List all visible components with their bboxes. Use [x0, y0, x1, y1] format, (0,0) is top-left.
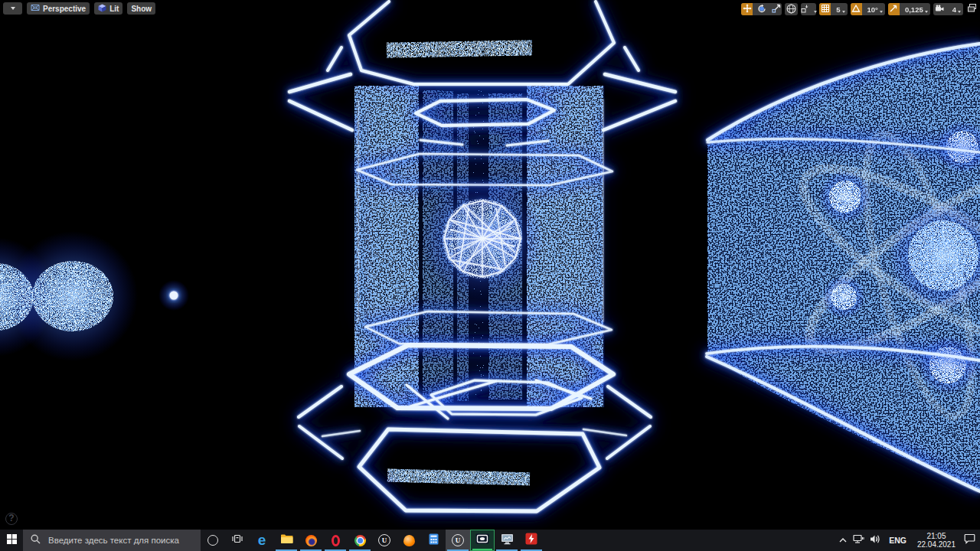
task-view-icon [231, 533, 243, 547]
system-tray: ENG 21:05 22.04.2021 [838, 530, 980, 551]
taskbar-item-opera[interactable] [323, 530, 348, 551]
language-indicator[interactable]: ENG [887, 530, 909, 551]
screen-recorder-icon [475, 533, 489, 547]
viewport-toolbar-right: 5 10° 0,125 4 [741, 2, 978, 16]
windows-taskbar: e U U [0, 530, 980, 551]
lightning-bolt-icon [525, 533, 537, 548]
search-icon [31, 533, 41, 547]
opera-icon [332, 535, 340, 546]
chrome-icon [354, 535, 366, 546]
transform-tools-group [741, 3, 782, 15]
rotate-tool-button[interactable] [756, 3, 767, 15]
unreal-engine-icon: U [378, 534, 390, 546]
network-button[interactable] [853, 530, 864, 551]
particle-dot [170, 292, 178, 300]
taskbar-item-screen-recorder[interactable] [470, 530, 495, 551]
taskbar-item-edge[interactable]: e [250, 530, 274, 551]
rotation-snap-button[interactable] [851, 3, 862, 15]
file-explorer-icon [280, 533, 293, 547]
camera-speed-value[interactable]: 4 [950, 5, 963, 14]
restore-viewport-icon [967, 2, 977, 16]
lit-label: Lit [109, 5, 119, 13]
move-tool-button[interactable] [741, 3, 753, 15]
hologram-brain[interactable] [421, 178, 544, 300]
taskbar-item-calculator[interactable] [421, 530, 446, 551]
camera-icon [935, 4, 945, 15]
surface-snap-button[interactable] [801, 3, 816, 15]
cortana-icon [207, 535, 218, 546]
scale-snap-button[interactable] [888, 3, 900, 15]
chevron-down-icon [880, 11, 883, 13]
clock-time: 21:05 [917, 532, 956, 540]
scale-snap-icon [889, 4, 898, 15]
taskbar-item-fl-studio[interactable] [397, 530, 421, 551]
action-center-icon [964, 533, 975, 547]
camera-speed-group: 4 [933, 3, 963, 15]
immersive-mode-button[interactable] [966, 2, 978, 16]
taskbar-item-unreal-engine[interactable]: U [372, 530, 397, 551]
chevron-down-icon [814, 11, 817, 13]
chevron-down-icon [925, 11, 928, 13]
ethernet-network-icon [853, 533, 864, 547]
viewport-help-icon[interactable]: ? [5, 513, 18, 525]
camera-speed-button[interactable] [933, 3, 947, 15]
unreal-immersive-viewport-screen: Perspective Lit Show [0, 0, 980, 551]
surface-snap-icon [800, 4, 809, 15]
action-center-button[interactable] [964, 530, 975, 551]
taskbar-clock[interactable]: 21:05 22.04.2021 [914, 530, 959, 551]
move-tool-icon [743, 4, 752, 15]
taskbar-search-box[interactable] [23, 530, 201, 551]
world-space-button[interactable] [785, 3, 798, 15]
scale-tool-icon [772, 4, 781, 15]
taskbar-item-unreal-engine-active[interactable]: U [446, 530, 470, 551]
perspective-button[interactable]: Perspective [27, 2, 90, 15]
show-button[interactable]: Show [127, 2, 155, 15]
calculator-icon [429, 533, 439, 548]
scale-snap-value[interactable]: 0,125 [903, 5, 930, 14]
rotate-tool-icon [757, 4, 766, 15]
search-input[interactable] [47, 535, 193, 546]
viewport-toolbar-left: Perspective Lit Show [3, 2, 155, 15]
scale-snap-group: 0,125 [888, 3, 930, 15]
taskbar-app-icons: e U U [201, 530, 544, 551]
taskbar-item-firefox[interactable] [299, 530, 323, 551]
firefox-icon [305, 535, 317, 546]
grid-snap-value[interactable]: 5 [834, 5, 847, 14]
hidden-icons-button[interactable] [838, 530, 848, 551]
globe-icon [786, 4, 796, 15]
grid-snap-icon [821, 4, 830, 15]
viewport-scene[interactable] [0, 0, 980, 551]
windows-logo-icon [7, 533, 17, 547]
taskbar-item-file-explorer[interactable] [274, 530, 299, 551]
grid-snap-button[interactable] [819, 3, 831, 15]
taskbar-item-hardware-monitor[interactable] [495, 530, 519, 551]
viewport-options-button[interactable] [3, 2, 22, 15]
edge-icon: e [258, 533, 266, 547]
hardware-monitor-icon [501, 533, 514, 548]
chevron-down-icon [842, 11, 845, 13]
task-view-button[interactable] [225, 530, 250, 551]
cortana-button[interactable] [201, 530, 225, 551]
taskbar-item-flash-boost[interactable] [519, 530, 544, 551]
scale-tool-button[interactable] [770, 3, 782, 15]
chevron-up-icon [838, 533, 848, 547]
lit-cube-icon [98, 4, 106, 14]
rotation-snap-icon [851, 4, 861, 15]
rotation-snap-group: 10° [851, 3, 885, 15]
volume-button[interactable] [870, 530, 881, 551]
start-button[interactable] [0, 530, 23, 551]
unreal-engine-icon: U [452, 534, 464, 546]
particle-bar-top [387, 40, 532, 57]
running-indicator [472, 549, 492, 551]
rotation-snap-value[interactable]: 10° [865, 5, 885, 14]
perspective-icon [31, 4, 40, 13]
taskbar-item-chrome[interactable] [348, 530, 372, 551]
chevron-down-icon [958, 11, 961, 13]
lit-button[interactable]: Lit [94, 2, 122, 15]
perspective-label: Perspective [43, 5, 86, 13]
speaker-icon [870, 533, 881, 547]
grid-snap-group: 5 [819, 3, 847, 15]
chevron-down-icon [11, 7, 15, 10]
clock-date: 22.04.2021 [917, 540, 956, 549]
show-label: Show [131, 5, 152, 13]
